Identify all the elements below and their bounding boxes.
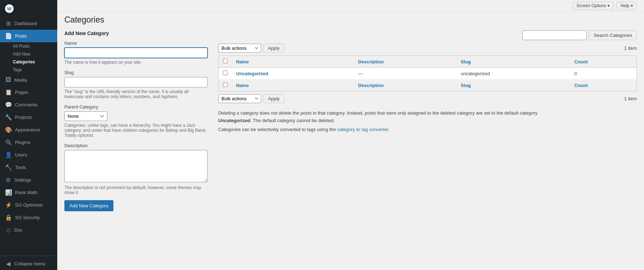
page-title: Categories: [64, 15, 637, 25]
main-content: Screen Options ▾ Help ▾ Categories Add N…: [57, 0, 644, 270]
sidebar-item-collapse[interactable]: ◀ Collapse menu: [0, 257, 57, 270]
slug-column-footer[interactable]: Slug: [457, 79, 570, 91]
notice-text-2: Categories can be selectively converted …: [218, 126, 540, 134]
sidebar-item-settings[interactable]: ⚙ Settings: [0, 174, 57, 186]
name-input[interactable]: [64, 48, 208, 58]
select-all-checkbox-bottom[interactable]: [223, 82, 228, 87]
sidebar-item-label: Settings: [14, 177, 31, 183]
sidebar-item-dashboard[interactable]: ⊞ Dashboard: [0, 17, 57, 30]
category-name-link[interactable]: Uncategorized: [236, 71, 268, 76]
comments-icon: 💬: [5, 101, 12, 108]
select-all-col-bottom: [219, 79, 232, 91]
form-section-title: Add New Category: [64, 30, 208, 36]
sidebar-item-tools[interactable]: 🔨 Tools: [0, 161, 57, 174]
sidebar-item-label: Posts: [15, 33, 27, 39]
sidebar-item-label: Media: [14, 77, 27, 83]
rank-math-icon: 📊: [5, 189, 12, 196]
slug-column-header[interactable]: Slug: [457, 56, 570, 68]
notice-box: Deleting a category does not delete the …: [218, 110, 540, 133]
sidebar-item-label: SG Security: [15, 215, 40, 220]
sidebar-item-media[interactable]: 🖼 Media: [0, 74, 57, 86]
count-column-header[interactable]: Count: [570, 56, 636, 68]
parent-category-select[interactable]: None: [64, 111, 107, 121]
item-count-top: 1 item: [624, 45, 637, 51]
sidebar-item-divi[interactable]: ◇ Divi: [0, 224, 57, 236]
sidebar-item-label: SG Optimizer: [15, 202, 43, 208]
search-bar: Search Categories: [218, 30, 637, 40]
wp-logo-icon: W: [5, 4, 14, 13]
apply-button-bottom[interactable]: Apply: [263, 94, 284, 103]
sidebar-item-sg-optimizer[interactable]: ⚡ SG Optimizer: [0, 199, 57, 211]
description-textarea[interactable]: [64, 150, 208, 182]
sidebar: W ⊞ Dashboard 📄 Posts All Posts Add New …: [0, 0, 57, 270]
sidebar-item-label: Users: [15, 152, 27, 158]
search-categories-button[interactable]: Search Categories: [589, 30, 637, 40]
slug-hint: The "slug" is the URL-friendly version o…: [64, 89, 208, 99]
plugins-icon: 🔌: [5, 139, 12, 146]
pages-icon: 📋: [5, 89, 12, 96]
sidebar-item-posts[interactable]: 📄 Posts: [0, 30, 57, 42]
settings-icon: ⚙: [5, 177, 11, 183]
description-hint: The description is not prominent by defa…: [64, 185, 208, 195]
help-button[interactable]: Help ▾: [616, 2, 637, 10]
row-description-cell: —: [354, 68, 457, 79]
row-checkbox[interactable]: [223, 71, 228, 75]
bulk-actions-select-bottom[interactable]: Bulk actions: [218, 94, 261, 103]
sidebar-item-projects[interactable]: 🔧 Projects: [0, 111, 57, 124]
sidebar-item-appearance[interactable]: 🎨 Appearance: [0, 124, 57, 136]
sidebar-sub-all-posts[interactable]: All Posts: [0, 42, 57, 50]
slug-field-group: Slug The "slug" is the URL-friendly vers…: [64, 70, 208, 99]
collapse-label: Collapse menu: [14, 261, 45, 266]
slug-input[interactable]: [64, 77, 208, 87]
sidebar-item-plugins[interactable]: 🔌 Plugins: [0, 136, 57, 149]
category-to-tag-converter-link[interactable]: category to tag converter: [337, 127, 388, 132]
sidebar-sub-tags[interactable]: Tags: [0, 66, 57, 74]
sidebar-sub-add-new[interactable]: Add New: [0, 50, 57, 58]
row-name-cell: Uncategorized: [232, 68, 354, 79]
sg-optimizer-icon: ⚡: [5, 202, 12, 208]
slug-label: Slug: [64, 70, 208, 75]
categories-table-panel: Search Categories Bulk actions Apply 1 i…: [218, 30, 637, 133]
select-all-checkbox[interactable]: [223, 59, 228, 63]
parent-category-group: Parent Category None Categories, unlike …: [64, 104, 208, 138]
sidebar-item-comments[interactable]: 💬 Comments: [0, 98, 57, 111]
parent-hint: Categories, unlike tags, can have a hier…: [64, 123, 208, 138]
description-field-group: Description The description is not promi…: [64, 143, 208, 195]
sidebar-item-label: Pages: [15, 90, 28, 95]
count-column-footer[interactable]: Count: [570, 79, 636, 91]
notice-text-1: Deleting a category does not delete the …: [218, 110, 540, 125]
row-checkbox-cell: [219, 68, 232, 79]
sidebar-item-label: Dashboard: [14, 21, 37, 26]
parent-category-label: Parent Category: [64, 104, 208, 110]
tools-icon: 🔨: [5, 164, 12, 171]
screen-options-button[interactable]: Screen Options ▾: [573, 2, 614, 10]
sg-security-icon: 🔒: [5, 214, 12, 221]
description-column-header[interactable]: Description: [354, 56, 457, 68]
add-category-form-panel: Add New Category Name The name is how it…: [64, 30, 208, 211]
name-column-footer[interactable]: Name: [232, 79, 354, 91]
sidebar-item-pages[interactable]: 📋 Pages: [0, 86, 57, 98]
bottom-toolbar: Bulk actions Apply 1 item: [218, 94, 637, 103]
name-column-header[interactable]: Name: [232, 56, 354, 68]
search-input[interactable]: [522, 30, 587, 40]
chevron-down-icon: ▾: [608, 3, 610, 8]
sidebar-item-label: Comments: [15, 102, 38, 107]
item-count-bottom: 1 item: [624, 96, 637, 101]
sidebar-item-sg-security[interactable]: 🔒 SG Security: [0, 211, 57, 224]
sidebar-item-rank-math[interactable]: 📊 Rank Math: [0, 186, 57, 199]
name-hint: The name is how it appears on your site.: [64, 60, 208, 65]
site-logo[interactable]: W: [0, 0, 57, 17]
divi-icon: ◇: [5, 227, 11, 233]
apply-button-top[interactable]: Apply: [263, 44, 284, 53]
sidebar-sub-categories[interactable]: Categories: [0, 58, 57, 66]
description-column-footer[interactable]: Description: [354, 79, 457, 91]
sidebar-item-users[interactable]: 👤 Users: [0, 149, 57, 161]
bulk-actions-select-top[interactable]: Bulk actions: [218, 44, 261, 53]
add-new-category-button[interactable]: Add New Category: [64, 200, 113, 211]
count-link[interactable]: 0: [574, 71, 577, 76]
table-row: Uncategorized — uncategorized 0: [219, 68, 637, 79]
select-all-col: [219, 56, 232, 68]
name-field-group: Name The name is how it appears on your …: [64, 40, 208, 65]
topbar: Screen Options ▾ Help ▾: [57, 0, 644, 11]
sidebar-item-label: Projects: [15, 115, 32, 120]
